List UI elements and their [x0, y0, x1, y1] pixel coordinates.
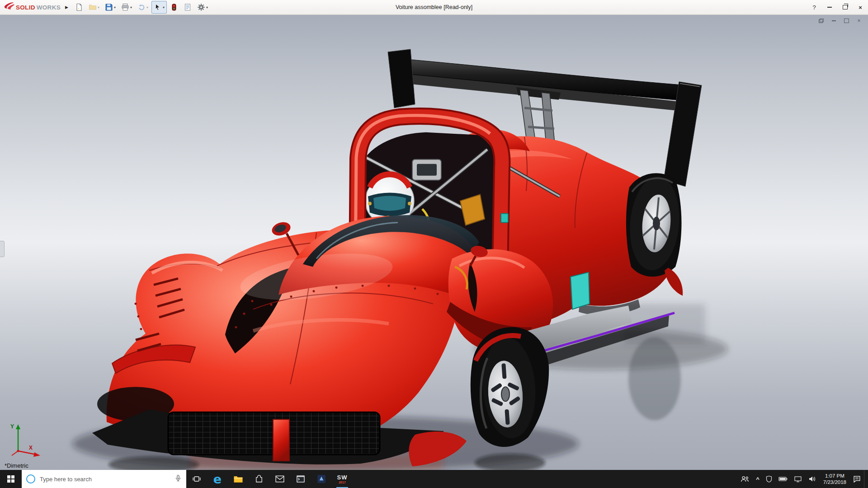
- graphics-area[interactable]: × Y X *Dimetric: [0, 15, 868, 470]
- document-window-controls: ×: [817, 17, 863, 24]
- task-view-button[interactable]: [186, 470, 207, 488]
- quick-access-toolbar: ▾ ▾ ▾: [73, 1, 210, 14]
- solidworks-app-icon: SW 2017: [337, 474, 348, 484]
- mdi-cascade-button[interactable]: [817, 17, 825, 24]
- edge-icon: e: [213, 473, 222, 485]
- orientation-triad: Y X: [5, 421, 45, 459]
- mail-button[interactable]: [269, 470, 290, 488]
- task-view-icon: [192, 474, 201, 483]
- store-bag-icon: [255, 475, 263, 483]
- undo-icon: [137, 3, 146, 11]
- screen: SOLIDWORKS ▶ ▾: [0, 0, 868, 488]
- system-tray: ^: [737, 470, 868, 488]
- edge-button[interactable]: e: [207, 470, 228, 488]
- console-icon: [296, 475, 305, 483]
- rebuild-icon: [170, 3, 178, 11]
- file-explorer-icon: [233, 475, 243, 483]
- new-document-icon: [75, 3, 83, 11]
- window-controls: ? ×: [807, 0, 868, 14]
- caret-icon: ▾: [98, 5, 99, 9]
- panel-collapse-tab[interactable]: [0, 241, 5, 257]
- caret-icon: ▾: [114, 5, 116, 9]
- taskbar-apps: e: [186, 470, 353, 488]
- select-arrow-icon: [154, 3, 162, 11]
- undo-button[interactable]: ▾: [135, 1, 151, 14]
- options-gear-icon: [197, 3, 205, 11]
- security-button[interactable]: [763, 470, 775, 488]
- minimize-icon: [832, 20, 836, 21]
- open-folder-icon: [89, 3, 97, 11]
- people-button[interactable]: [737, 470, 753, 488]
- minimize-icon: [827, 7, 832, 8]
- caret-icon: ▾: [146, 5, 148, 9]
- brand-text-solid: SOLID: [16, 4, 35, 11]
- side-window: [571, 272, 590, 309]
- solidworks-app-button[interactable]: SW 2017: [332, 470, 353, 488]
- cortana-icon: [26, 474, 35, 483]
- brand-text-works: WORKS: [37, 4, 61, 11]
- shield-icon: [766, 475, 772, 483]
- clock-date: 7/23/2018: [823, 479, 846, 485]
- cascade-icon: [819, 19, 824, 23]
- print-button[interactable]: ▾: [119, 1, 134, 14]
- network-icon: [794, 476, 802, 483]
- mdi-minimize-button[interactable]: [830, 17, 837, 24]
- options-button[interactable]: ▾: [195, 1, 210, 14]
- save-button[interactable]: ▾: [103, 1, 118, 14]
- battery-icon: [778, 476, 788, 482]
- close-button[interactable]: ×: [853, 0, 868, 14]
- triad-x-label: X: [29, 445, 33, 451]
- solidworks-logo: SOLIDWORKS: [4, 1, 61, 13]
- battery-button[interactable]: [775, 470, 791, 488]
- action-center-button[interactable]: [850, 470, 864, 488]
- search-input[interactable]: [39, 475, 171, 483]
- clock-time: 1:07 PM: [825, 473, 844, 479]
- 3d-model-render: [0, 15, 868, 470]
- restore-button[interactable]: [837, 0, 853, 14]
- hidden-icons-button[interactable]: ^: [753, 470, 763, 488]
- window-title: Voiture assomblee [Read-only]: [396, 4, 472, 10]
- mdi-maximize-button[interactable]: [843, 17, 850, 24]
- caret-icon: ▾: [206, 5, 208, 9]
- network-button[interactable]: [791, 470, 805, 488]
- title-bar: SOLIDWORKS ▶ ▾: [0, 0, 868, 15]
- view-orientation-label: *Dimetric: [5, 462, 28, 469]
- action-center-icon: [853, 475, 861, 483]
- show-desktop-button[interactable]: [864, 470, 868, 488]
- caret-icon: ▾: [130, 5, 132, 9]
- chevron-up-icon: ^: [756, 476, 760, 483]
- volume-icon: [808, 476, 816, 482]
- file-explorer-button[interactable]: [228, 470, 249, 488]
- save-icon: [105, 3, 113, 11]
- help-button[interactable]: ?: [807, 0, 822, 14]
- restore-icon: [843, 5, 848, 9]
- file-properties-icon: [184, 3, 192, 11]
- store-button[interactable]: [249, 470, 269, 488]
- taskbar-search[interactable]: [22, 470, 186, 488]
- file-properties-button[interactable]: [181, 1, 194, 14]
- toolbar-flyout-arrow-icon[interactable]: ▶: [65, 5, 68, 9]
- ds-logo-icon: [4, 1, 14, 13]
- volume-button[interactable]: [805, 470, 820, 488]
- mdi-close-button[interactable]: ×: [855, 17, 863, 24]
- print-icon: [121, 3, 129, 11]
- taskbar: e: [0, 470, 868, 488]
- people-icon: [741, 475, 750, 483]
- select-tool-button[interactable]: ▾: [151, 1, 167, 14]
- triad-y-label: Y: [10, 423, 14, 430]
- dark-app-icon: [317, 474, 326, 483]
- dark-app-button[interactable]: [311, 470, 332, 488]
- maximize-icon: [844, 19, 849, 23]
- microphone-icon[interactable]: [175, 474, 182, 483]
- new-document-button[interactable]: [73, 1, 85, 14]
- start-button[interactable]: [0, 470, 22, 488]
- rebuild-button[interactable]: [168, 1, 180, 14]
- open-button[interactable]: ▾: [86, 1, 102, 14]
- windows-logo-icon: [7, 475, 14, 483]
- caret-icon: ▾: [163, 5, 165, 9]
- mail-icon: [275, 475, 284, 483]
- taskbar-clock[interactable]: 1:07 PM 7/23/2018: [820, 470, 850, 488]
- console-app-button[interactable]: [290, 470, 311, 488]
- minimize-button[interactable]: [822, 0, 837, 14]
